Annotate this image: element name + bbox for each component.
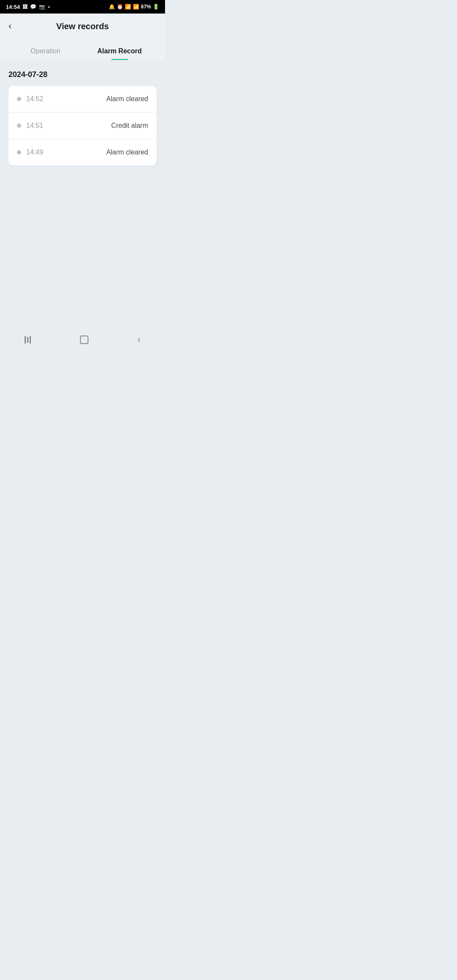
record-status: Credit alarm — [111, 122, 148, 129]
signal-icon: 📶 — [133, 4, 139, 10]
record-time: 14:52 — [26, 95, 101, 103]
status-time: 14:54 — [6, 4, 20, 10]
status-bar: 14:54 🖼 💬 📷 ● 🔔 ⏰ 📶 📶 67% 🔋 — [0, 0, 165, 14]
tab-active-indicator — [111, 59, 128, 60]
tab-operation-label: Operation — [30, 47, 60, 55]
main-content: 2024-07-28 14:52 Alarm cleared 14:51 Cre… — [0, 60, 165, 328]
wifi-icon: 📶 — [125, 4, 131, 10]
tab-operation[interactable]: Operation — [8, 43, 83, 60]
record-item: 14:52 Alarm cleared — [8, 86, 157, 112]
home-icon — [80, 336, 88, 344]
tab-alarm-record-label: Alarm Record — [97, 47, 142, 55]
recent-apps-icon — [25, 336, 31, 344]
record-dot — [17, 150, 21, 154]
gallery-icon: 🖼 — [22, 4, 28, 10]
record-dot — [17, 124, 21, 128]
recent-apps-button[interactable] — [25, 336, 31, 344]
record-item: 14:51 Credit alarm — [8, 112, 157, 139]
dot-indicator: ● — [48, 5, 50, 9]
date-label: 2024-07-28 — [8, 70, 157, 79]
records-card: 14:52 Alarm cleared 14:51 Credit alarm 1… — [8, 86, 157, 165]
home-button[interactable] — [80, 336, 88, 344]
battery-icon: 🔋 — [153, 4, 159, 10]
record-status: Alarm cleared — [106, 149, 148, 156]
record-status: Alarm cleared — [106, 95, 148, 103]
clock-icon: ⏰ — [117, 4, 123, 10]
tabs-container: Operation Alarm Record — [0, 39, 165, 60]
record-dot — [17, 97, 21, 101]
battery-level: 67% — [141, 4, 151, 10]
header: ‹ View records — [0, 14, 165, 39]
whatsapp-icon: 💬 — [30, 4, 36, 10]
page-title: View records — [56, 22, 109, 31]
record-item: 14:49 Alarm cleared — [8, 139, 157, 165]
status-bar-left: 14:54 🖼 💬 📷 ● — [6, 4, 50, 10]
record-time: 14:49 — [26, 149, 101, 156]
back-button[interactable]: ‹ — [8, 21, 11, 32]
back-nav-icon: ‹ — [138, 335, 140, 344]
alarm-icon: 🔔 — [109, 4, 115, 10]
record-time: 14:51 — [26, 122, 106, 129]
tab-alarm-record[interactable]: Alarm Record — [83, 43, 157, 60]
instagram-icon: 📷 — [39, 4, 45, 10]
back-nav-button[interactable]: ‹ — [138, 335, 140, 344]
status-bar-right: 🔔 ⏰ 📶 📶 67% 🔋 — [109, 4, 159, 10]
bottom-nav: ‹ — [0, 328, 165, 354]
